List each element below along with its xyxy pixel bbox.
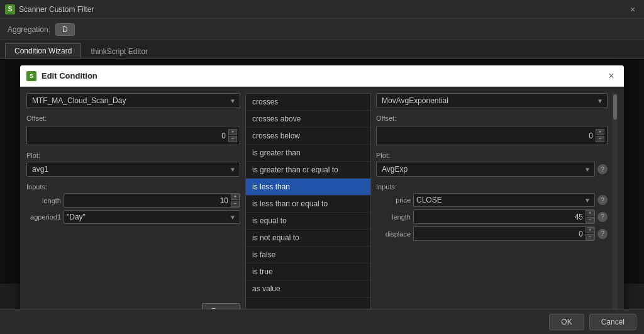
aggregation-row: Aggregation: D [0, 19, 644, 40]
left-study-dropdown-row: MTF_MA_Cloud_Scan_Day ▼ [26, 93, 240, 108]
main-content: S Edit Condition × MTF_MA_Cloud_Scan_Day… [0, 59, 644, 309]
title-bar: S Scanner Custom Filter × [0, 0, 644, 19]
left-length-input[interactable] [64, 194, 231, 207]
right-plot-dropdown-arrow: ▼ [580, 166, 594, 173]
condition-item-is-less-than[interactable]: is less than [246, 179, 370, 196]
dialog-title-bar: S Edit Condition × [20, 65, 624, 87]
left-offset-spinner: + − [228, 129, 237, 142]
left-agperiod-arrow: ▼ [226, 214, 240, 221]
right-plot-select-wrapper[interactable]: AvgExp ▼ [376, 162, 595, 177]
right-length-input[interactable] [414, 211, 586, 223]
dialog-scrollbar[interactable] [613, 93, 618, 309]
right-displace-label: displace [376, 230, 411, 238]
right-length-help-icon[interactable]: ? [597, 212, 608, 222]
condition-item-crosses-above[interactable]: crosses above [246, 111, 370, 128]
bottom-bar: OK Cancel [0, 309, 644, 334]
right-price-help-icon[interactable]: ? [597, 195, 608, 205]
left-plot-dropdown-arrow: ▼ [226, 166, 240, 173]
left-offset-label: Offset: [26, 114, 240, 122]
reset-button[interactable]: Reset [202, 303, 240, 309]
right-study-dropdown-arrow: ▼ [593, 97, 607, 104]
reset-btn-row: Reset [26, 303, 240, 309]
condition-item-is-less-than-equal[interactable]: is less than or equal to [246, 196, 370, 213]
condition-item-is-equal-to[interactable]: is equal to [246, 213, 370, 230]
tab-thinkscript-editor[interactable]: thinkScript Editor [81, 44, 157, 58]
right-displace-decrement[interactable]: − [586, 234, 594, 240]
left-study-select-wrapper[interactable]: MTF_MA_Cloud_Scan_Day ▼ [26, 93, 240, 108]
left-plot-section: Plot: avg1 ▼ [26, 149, 240, 177]
left-offset-input[interactable] [30, 131, 228, 140]
dialog-close-button[interactable]: × [605, 70, 618, 82]
ok-button[interactable]: OK [549, 314, 584, 330]
condition-item-crosses[interactable]: crosses [246, 94, 370, 111]
dialog-title: Edit Condition [42, 71, 605, 81]
condition-item-crosses-below[interactable]: crosses below [246, 128, 370, 145]
right-price-dropdown-box[interactable]: CLOSE ▼ [413, 193, 595, 207]
right-offset-box: + − [376, 126, 608, 145]
right-plot-help-icon[interactable]: ? [597, 164, 608, 174]
condition-list[interactable]: crosses crosses above crosses below is g… [245, 93, 371, 309]
dialog-icon: S [26, 71, 36, 81]
right-offset-spinner: + − [596, 129, 604, 142]
right-length-increment[interactable]: + [586, 210, 594, 216]
dialog-body: MTF_MA_Cloud_Scan_Day ▼ Offset: + − [20, 87, 624, 309]
right-price-dropdown[interactable]: CLOSE [414, 194, 580, 206]
dialog-scroll-thumb[interactable] [613, 94, 617, 120]
right-displace-help-icon[interactable]: ? [597, 229, 608, 239]
right-study-dropdown[interactable]: MovAvgExponential [377, 94, 593, 108]
right-length-row: length + − ? [376, 209, 608, 224]
left-offset-box: + − [26, 126, 240, 145]
right-plot-dropdown[interactable]: AvgExp [377, 162, 580, 176]
left-agperiod-dropdown[interactable]: "Day" [64, 211, 226, 223]
aggregation-value[interactable]: D [55, 23, 75, 36]
left-plot-dropdown[interactable]: avg1 [27, 162, 226, 176]
edit-condition-dialog: S Edit Condition × MTF_MA_Cloud_Scan_Day… [20, 65, 624, 309]
right-length-decrement[interactable]: − [586, 217, 594, 223]
right-study-dropdown-row: MovAvgExponential ▼ [376, 93, 608, 108]
right-inputs-label: Inputs: [376, 183, 608, 191]
right-offset-increment[interactable]: + [596, 129, 604, 135]
condition-item-is-not-equal-to[interactable]: is not equal to [246, 230, 370, 247]
left-plot-label: Plot: [26, 152, 240, 159]
right-length-input-box: + − [413, 209, 595, 224]
left-panel: MTF_MA_Cloud_Scan_Day ▼ Offset: + − [26, 93, 240, 309]
tab-condition-wizard[interactable]: Condition Wizard [5, 43, 81, 58]
window-title: Scanner Custom Filter [19, 5, 626, 14]
left-offset-inner: + − [30, 129, 237, 142]
right-offset-decrement[interactable]: − [596, 136, 604, 142]
left-offset-decrement[interactable]: − [228, 136, 237, 142]
condition-item-is-true[interactable]: is true [246, 264, 370, 281]
right-displace-spinner: + − [586, 227, 594, 240]
right-price-row: price CLOSE ▼ ? [376, 193, 608, 207]
condition-item-is-false[interactable]: is false [246, 247, 370, 264]
left-plot-select-wrapper[interactable]: avg1 ▼ [26, 162, 240, 177]
left-length-spinner: + − [231, 194, 240, 207]
left-length-increment[interactable]: + [231, 194, 240, 200]
right-offset-input[interactable] [379, 131, 596, 140]
right-plot-section: Plot: AvgExp ▼ ? [376, 149, 608, 177]
left-study-dropdown[interactable]: MTF_MA_Cloud_Scan_Day [27, 94, 226, 108]
left-length-decrement[interactable]: − [231, 201, 240, 207]
condition-item-is-greater-than-equal[interactable]: is greater than or equal to [246, 162, 370, 179]
left-study-dropdown-arrow: ▼ [226, 97, 240, 104]
left-length-input-box: + − [64, 193, 240, 208]
left-offset-increment[interactable]: + [228, 129, 237, 135]
right-offset-label: Offset: [376, 114, 608, 122]
left-agperiod-dropdown-box[interactable]: "Day" ▼ [64, 210, 240, 224]
right-displace-input[interactable] [414, 228, 586, 240]
right-panel: MovAvgExponential ▼ Offset: + − [376, 93, 608, 309]
right-study-select-wrapper[interactable]: MovAvgExponential ▼ [376, 93, 608, 108]
right-price-arrow: ▼ [580, 197, 594, 204]
right-displace-increment[interactable]: + [586, 227, 594, 233]
condition-item-is-greater-than[interactable]: is greater than [246, 145, 370, 162]
right-displace-row: displace + − ? [376, 226, 608, 241]
left-agperiod-row: agperiod1 "Day" ▼ [26, 210, 240, 224]
cancel-button[interactable]: Cancel [589, 314, 636, 330]
right-offset-inner: + − [379, 129, 604, 142]
window-close-button[interactable]: × [626, 3, 639, 16]
condition-item-as-value[interactable]: as value [246, 281, 370, 298]
right-length-label: length [376, 213, 411, 221]
right-inputs-section: Inputs: price CLOSE ▼ ? [376, 181, 608, 241]
left-agperiod-label: agperiod1 [26, 213, 61, 221]
left-length-label: length [26, 197, 61, 204]
